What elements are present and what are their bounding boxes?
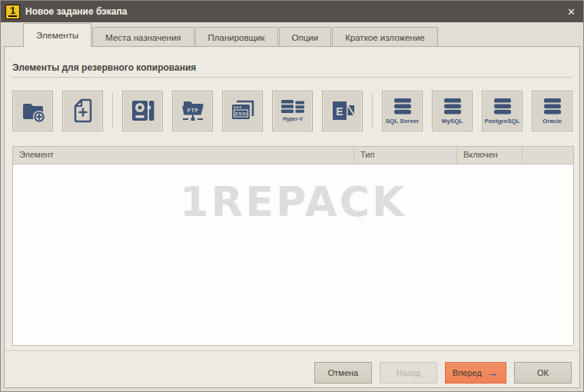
hyper-v-button[interactable]: Hyper-V: [272, 91, 313, 131]
column-header-type[interactable]: Тип: [354, 147, 457, 164]
tab-scheduler[interactable]: Планировщик: [195, 27, 278, 47]
esxi-icon: ESXI: [229, 98, 257, 123]
folder-plus-icon: [19, 98, 47, 123]
toolbar-separator: [112, 93, 113, 128]
toolbar-button-label: MySQL: [442, 118, 463, 125]
database-icon: [492, 98, 513, 115]
tab-elements[interactable]: Элементы: [23, 23, 91, 47]
hyperv-icon: Hyper-V: [279, 98, 307, 124]
ok-button[interactable]: ОК: [514, 362, 572, 384]
file-plus-icon: [71, 98, 95, 124]
svg-text:E: E: [336, 105, 343, 118]
ftp-folder-icon: FTP: [179, 98, 207, 123]
section-heading: Элементы для резервного копирования: [12, 62, 572, 78]
title-bar: 1 Новое задание бэкапа ✕: [1, 1, 583, 22]
tab-destinations[interactable]: Места назначения: [92, 27, 194, 47]
disk-icon: [131, 99, 155, 122]
svg-text:FTP: FTP: [187, 108, 198, 113]
tab-strip: Элементы Места назначения Планировщик Оп…: [1, 22, 583, 47]
mysql-button[interactable]: MySQL: [432, 91, 473, 131]
svg-text:ESXI: ESXI: [234, 111, 247, 116]
next-button-label: Вперед: [453, 368, 482, 377]
table-header: Элемент Тип Включен: [13, 147, 573, 164]
exchange-icon: E: [330, 98, 356, 123]
close-icon[interactable]: ✕: [559, 6, 576, 18]
ftp-server-button[interactable]: FTP: [172, 91, 213, 131]
tab-summary[interactable]: Краткое изложение: [332, 27, 438, 47]
column-header-element[interactable]: Элемент: [13, 147, 354, 164]
database-icon: [392, 98, 413, 115]
cancel-button[interactable]: Отмена: [314, 362, 372, 384]
toolbar-button-label: SQL Server: [386, 118, 419, 125]
tab-page-elements: Элементы для резервного копирования: [4, 46, 580, 388]
sql-server-button[interactable]: SQL Server: [382, 91, 423, 131]
app-logo-icon: 1: [5, 5, 20, 19]
toolbar-button-label: Oracle: [543, 118, 562, 125]
table-body: 1REPACK: [13, 164, 573, 345]
column-header-enabled[interactable]: Включен: [457, 147, 523, 164]
footer-buttons: Отмена Назад Вперед → ОК: [314, 362, 572, 384]
toolbar-separator: [372, 93, 373, 128]
svg-text:Hyper-V: Hyper-V: [282, 116, 303, 122]
footer-divider: [5, 350, 579, 352]
oracle-button[interactable]: Oracle: [532, 91, 572, 131]
postgresql-button[interactable]: PostgreSQL: [482, 91, 523, 131]
tab-options[interactable]: Опции: [279, 27, 332, 47]
window-title: Новое задание бэкапа: [25, 6, 127, 17]
esxi-server-button[interactable]: ESXI: [222, 91, 263, 131]
database-icon: [442, 98, 463, 115]
next-button[interactable]: Вперед →: [445, 362, 506, 384]
toolbar-button-label: PostgreSQL: [484, 118, 519, 125]
arrow-right-icon: →: [486, 367, 499, 379]
exchange-button[interactable]: E: [322, 91, 363, 131]
watermark-text: 1REPACK: [13, 178, 573, 226]
dialog-window: 1 Новое задание бэкапа ✕ Элементы Места …: [0, 0, 584, 392]
items-table: Элемент Тип Включен 1REPACK: [12, 146, 574, 346]
add-folder-button[interactable]: [12, 91, 53, 131]
disk-image-button[interactable]: [122, 91, 163, 131]
back-button[interactable]: Назад: [380, 362, 437, 384]
database-icon: [542, 98, 563, 115]
column-header-extra[interactable]: [523, 147, 573, 164]
backup-sources-toolbar: FTP ESXI: [12, 90, 572, 131]
add-file-button[interactable]: [62, 91, 103, 131]
